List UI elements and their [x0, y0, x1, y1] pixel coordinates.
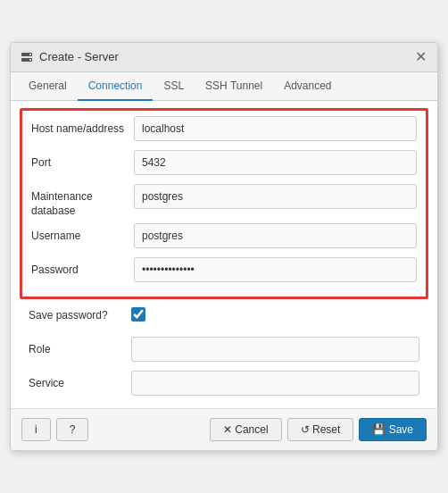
host-label: Host name/address — [31, 116, 134, 137]
password-input[interactable] — [134, 257, 417, 282]
port-row: Port — [31, 150, 417, 179]
save-password-checkbox-wrapper — [131, 303, 145, 322]
footer-left-buttons: i ? — [21, 418, 88, 441]
save-password-checkbox[interactable] — [131, 307, 145, 322]
server-icon — [20, 50, 34, 64]
dialog-footer: i ? ✕ Cancel ↺ Reset 💾 Save — [11, 408, 437, 450]
cancel-button[interactable]: ✕ Cancel — [210, 418, 282, 441]
highlighted-fields-section: Host name/address Port Maintenance datab… — [20, 108, 428, 299]
service-label: Service — [29, 371, 131, 391]
close-button[interactable]: ✕ — [413, 50, 428, 64]
username-label: Username — [31, 223, 134, 244]
create-server-dialog: Create - Server ✕ General Connection SSL… — [10, 42, 438, 451]
help-button[interactable]: ? — [56, 418, 89, 441]
maintenance-label: Maintenance database — [31, 184, 134, 218]
host-row: Host name/address — [31, 116, 417, 145]
username-row: Username — [31, 223, 417, 252]
service-row: Service — [29, 371, 419, 399]
reset-button[interactable]: ↺ Reset — [287, 418, 354, 441]
save-password-row: Save password? — [29, 303, 419, 331]
svg-point-3 — [29, 59, 31, 61]
port-label: Port — [31, 150, 134, 171]
save-password-label: Save password? — [29, 303, 131, 323]
password-label: Password — [31, 257, 134, 278]
tab-ssh-tunnel[interactable]: SSH Tunnel — [195, 72, 273, 101]
password-row: Password — [31, 257, 417, 286]
dialog-header: Create - Server ✕ — [11, 43, 437, 72]
port-input[interactable] — [134, 150, 417, 175]
role-input[interactable] — [131, 337, 419, 362]
plain-fields-section: Save password? Role Service — [20, 299, 428, 408]
info-button[interactable]: i — [21, 418, 51, 441]
dialog-title: Create - Server — [39, 50, 119, 63]
username-input[interactable] — [134, 223, 417, 248]
dialog-title-area: Create - Server — [20, 50, 119, 64]
tab-advanced[interactable]: Advanced — [273, 72, 342, 101]
maintenance-row: Maintenance database — [31, 184, 417, 218]
tabs-bar: General Connection SSL SSH Tunnel Advanc… — [11, 72, 437, 101]
host-input[interactable] — [134, 116, 417, 141]
tab-ssl[interactable]: SSL — [153, 72, 195, 101]
tab-connection[interactable]: Connection — [78, 72, 153, 101]
form-content: Host name/address Port Maintenance datab… — [11, 101, 437, 408]
service-input[interactable] — [131, 371, 419, 396]
role-row: Role — [29, 337, 419, 365]
svg-point-2 — [29, 54, 31, 55]
maintenance-input[interactable] — [134, 184, 417, 209]
footer-right-buttons: ✕ Cancel ↺ Reset 💾 Save — [210, 418, 427, 441]
tab-general[interactable]: General — [18, 72, 78, 101]
save-button[interactable]: 💾 Save — [359, 418, 427, 441]
role-label: Role — [29, 337, 131, 357]
